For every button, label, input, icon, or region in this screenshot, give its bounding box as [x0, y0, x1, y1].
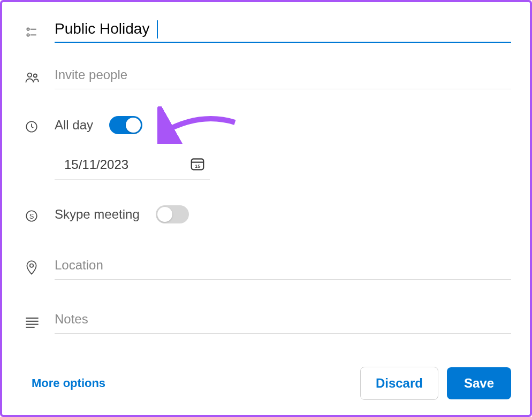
save-button[interactable]: Save — [447, 367, 511, 399]
allday-row: All day — [25, 116, 511, 134]
svg-text:15: 15 — [195, 164, 200, 169]
location-icon — [25, 257, 55, 276]
notes-row — [25, 306, 511, 334]
invite-row — [25, 62, 511, 89]
notes-icon — [25, 313, 55, 328]
date-row[interactable]: 15/11/2023 15 — [55, 156, 210, 180]
title-row — [25, 18, 511, 43]
svg-text:S: S — [29, 212, 34, 220]
skype-row: S Skype meeting — [25, 205, 511, 223]
footer: More options Discard Save — [32, 367, 511, 400]
tag-icon — [25, 22, 55, 39]
invite-people-input[interactable] — [55, 62, 511, 89]
location-input[interactable] — [55, 252, 511, 280]
allday-toggle[interactable] — [109, 116, 142, 134]
event-form: All day 15/11/2023 15 S Skype meeting — [0, 0, 532, 417]
svg-point-9 — [30, 264, 33, 267]
skype-icon: S — [25, 206, 55, 223]
svg-point-1 — [27, 34, 29, 36]
toggle-knob — [126, 118, 141, 133]
discard-button[interactable]: Discard — [360, 367, 438, 400]
skype-toggle[interactable] — [156, 205, 189, 223]
calendar-icon[interactable]: 15 — [189, 156, 206, 174]
svg-point-0 — [27, 28, 29, 30]
event-title-input[interactable] — [55, 18, 511, 43]
svg-point-2 — [28, 73, 32, 76]
text-caret — [157, 20, 158, 38]
svg-point-3 — [34, 74, 37, 77]
more-options-link[interactable]: More options — [32, 376, 105, 390]
people-icon — [25, 67, 55, 85]
allday-label: All day — [55, 118, 93, 133]
toggle-knob — [157, 207, 172, 222]
clock-icon — [25, 117, 55, 134]
skype-label: Skype meeting — [55, 207, 140, 222]
notes-input[interactable] — [55, 306, 511, 333]
date-value: 15/11/2023 — [64, 157, 189, 172]
location-row — [25, 252, 511, 280]
